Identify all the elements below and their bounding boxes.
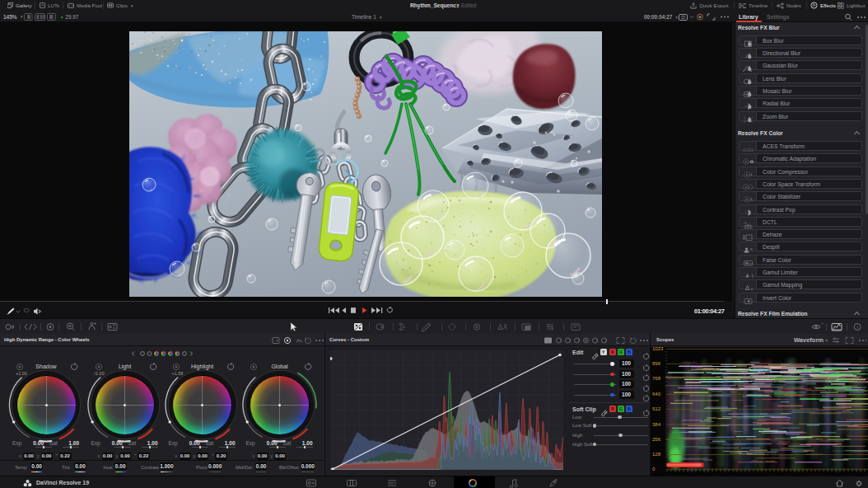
svg-text:i: i [856,325,857,330]
svg-text:ACES: ACES [743,147,754,152]
svg-text:T: T [751,274,754,279]
svg-text:fx: fx [813,3,816,7]
